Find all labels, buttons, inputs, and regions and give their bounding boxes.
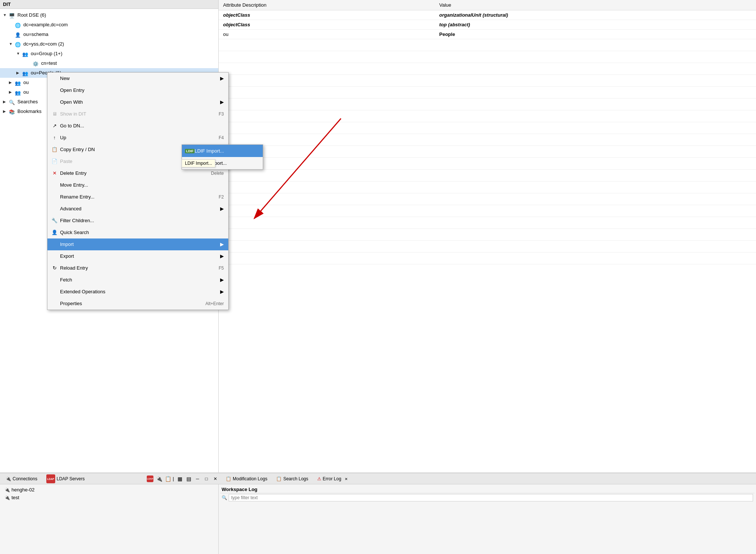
context-menu: New ▶ Open Entry Open With ▶ 🖥 Show — [47, 72, 229, 310]
import-arrow-icon: ▶ — [220, 240, 224, 248]
toolbar-maximize-btn[interactable]: □ — [202, 475, 210, 483]
person-icon-ou2: 👥 — [15, 89, 22, 96]
menu-label-rename-entry: Rename Entry... — [60, 193, 219, 201]
conn-item-henghe[interactable]: 🔌 henghe-02 — [1, 486, 217, 494]
bottom-right-tabs: 📋 Modification Logs 📋 Search Logs ⚠ Erro… — [220, 474, 755, 483]
quick-search-icon: 👤 — [50, 228, 59, 237]
left-panel: DIT ▼ 🖥️ Root DSE (6) 🌐 dc=example,dc=co… — [0, 0, 219, 473]
tab-mod-logs-label: Modification Logs — [233, 476, 267, 481]
menu-item-properties[interactable]: Properties Alt+Enter — [47, 298, 228, 310]
toolbar-close-btn[interactable]: ✕ — [211, 475, 219, 483]
tree-item-dc-yss[interactable]: ▼ 🌐 dc=yss,dc=com (2) — [0, 39, 218, 49]
tab-connections[interactable]: 🔌 Connections — [1, 474, 42, 483]
attr-row-0[interactable]: objectClass organizationalUnit (structur… — [219, 10, 756, 20]
main-container: DIT ▼ 🖥️ Root DSE (6) 🌐 dc=example,dc=co… — [0, 0, 756, 554]
attr-row-empty-15 — [219, 205, 756, 217]
toolbar-edit-btn[interactable]: 📋 — [164, 475, 172, 483]
menu-item-go-to-dn[interactable]: ↗ Go to DN... — [47, 120, 228, 132]
attr-row-empty-12 — [219, 170, 756, 181]
menu-item-reload-entry[interactable]: ↻ Reload Entry F5 — [47, 262, 228, 274]
show-in-dit-shortcut: F3 — [219, 110, 224, 118]
menu-item-filter-children[interactable]: 🔧 Filter Children... — [47, 215, 228, 227]
toolbar-separator: | — [173, 476, 176, 481]
menu-item-open-entry[interactable]: Open Entry — [47, 84, 228, 96]
tab-ldap-servers[interactable]: LDAP LDAP Servers — [42, 473, 89, 485]
bottom-toolbar: LDAP 🔌 📋 | ▦ ▤ ─ □ ✕ — [146, 475, 220, 483]
tree-item-dc-example[interactable]: 🌐 dc=example,dc=com — [0, 20, 218, 30]
menu-label-quick-search: Quick Search — [60, 228, 224, 237]
reload-shortcut: F5 — [219, 264, 224, 272]
menu-label-open-with: Open With — [60, 98, 217, 106]
tree-label-ou-schema: ou=schema — [23, 30, 49, 39]
tab-mod-logs[interactable]: 📋 Modification Logs — [222, 474, 271, 483]
workspace-filter-input[interactable] — [229, 494, 753, 501]
attr-row-empty-6 — [219, 99, 756, 110]
tree-label-bookmarks: Bookmarks — [17, 107, 42, 116]
attr-value-1: top (abstract) — [435, 20, 756, 30]
menu-item-open-with[interactable]: Open With ▶ — [47, 96, 228, 108]
menu-item-fetch[interactable]: Fetch ▶ — [47, 274, 228, 286]
attr-row-empty-18 — [219, 241, 756, 253]
menu-item-show-in-dit[interactable]: 🖥 Show in DIT F3 — [47, 108, 228, 120]
submenu-item-ldif-import[interactable]: LDIF LDIF Import... — [182, 145, 263, 157]
ldif-import-tooltip: LDIF Import... — [182, 159, 215, 167]
conn-icon-test: 🔌 — [4, 495, 10, 500]
connections-tab-icon: 🔌 — [6, 476, 11, 481]
attr-row-empty-10 — [219, 146, 756, 158]
tree-label-root-dse: Root DSE (6) — [17, 11, 46, 19]
tree-item-cn-test[interactable]: ⚙️ cn=test — [0, 59, 218, 68]
tree-arrow-people: ▶ — [16, 69, 22, 77]
attr-row-1[interactable]: objectClass top (abstract) — [219, 20, 756, 30]
menu-item-rename-entry[interactable]: Rename Entry... F2 — [47, 191, 228, 203]
menu-item-advanced[interactable]: Advanced ▶ — [47, 203, 228, 215]
menu-item-new[interactable]: New ▶ — [47, 73, 228, 84]
toolbar-ldap-btn[interactable]: LDAP — [146, 475, 154, 483]
menu-label-import: Import — [60, 240, 217, 248]
attr-row-empty-2 — [219, 51, 756, 63]
tree-label-cn-test: cn=test — [41, 59, 57, 67]
go-to-dn-icon: ↗ — [50, 122, 59, 130]
toolbar-new-conn-btn[interactable]: 🔌 — [155, 475, 163, 483]
ldap-logo: LDAP — [46, 474, 55, 483]
conn-item-test[interactable]: 🔌 test — [1, 494, 217, 501]
tree-item-ou-schema[interactable]: 👤 ou=schema — [0, 30, 218, 39]
submenu-label-ldif-import: LDIF Import... — [195, 147, 224, 155]
attr-row-empty-17 — [219, 229, 756, 241]
attr-row-empty-13 — [219, 181, 756, 193]
tab-search-logs[interactable]: 📋 Search Logs — [272, 474, 312, 483]
ldap-tab-icon: LDAP — [46, 474, 55, 483]
menu-item-import[interactable]: Import ▶ — [47, 238, 228, 250]
mod-logs-icon: 📋 — [226, 476, 231, 481]
right-panel: Attribute Description Value objectClass … — [219, 0, 756, 473]
menu-item-export[interactable]: Export ▶ — [47, 250, 228, 262]
toolbar-minimize-btn[interactable]: ─ — [193, 475, 202, 483]
menu-item-up[interactable]: ↑ Up F4 — [47, 132, 228, 144]
tab-error-log[interactable]: ⚠ Error Log ✕ — [313, 474, 353, 483]
attr-row-empty-4 — [219, 75, 756, 87]
paste-icon: 📄 — [50, 157, 59, 166]
menu-label-filter-children: Filter Children... — [60, 217, 224, 225]
menu-item-extended-ops[interactable]: Extended Operations ▶ — [47, 286, 228, 298]
attr-value-2: People — [435, 30, 756, 39]
menu-label-show-in-dit: Show in DIT — [60, 110, 219, 118]
error-log-icon: ⚠ — [317, 476, 321, 481]
filter-icon: 🔧 — [50, 217, 59, 225]
tree-label-dc-yss: dc=yss,dc=com (2) — [23, 40, 64, 48]
tree-arrow-root: ▼ — [3, 11, 9, 19]
tree-label-dc-example: dc=example,dc=com — [23, 21, 68, 29]
toolbar-grid2-btn[interactable]: ▤ — [185, 475, 193, 483]
tree-item-root-dse[interactable]: ▼ 🖥️ Root DSE (6) — [0, 10, 218, 20]
group-icon: 👥 — [22, 50, 30, 57]
error-log-close-btn[interactable]: ✕ — [344, 476, 349, 481]
menu-label-move-entry: Move Entry... — [60, 181, 224, 189]
menu-label-new: New — [60, 74, 217, 83]
menu-item-quick-search[interactable]: 👤 Quick Search — [47, 227, 228, 238]
tree-arrow-bookmarks: ▶ — [3, 107, 9, 116]
tree-label-ou1: ou — [23, 79, 29, 87]
tree-item-ou-group[interactable]: ▼ 👥 ou=Group (1+) — [0, 49, 218, 59]
menu-item-move-entry[interactable]: Move Entry... — [47, 179, 228, 191]
copy-icon: 📋 — [50, 146, 59, 154]
attr-row-2[interactable]: ou People — [219, 30, 756, 39]
menu-label-fetch: Fetch — [60, 276, 217, 284]
toolbar-grid1-btn[interactable]: ▦ — [176, 475, 184, 483]
